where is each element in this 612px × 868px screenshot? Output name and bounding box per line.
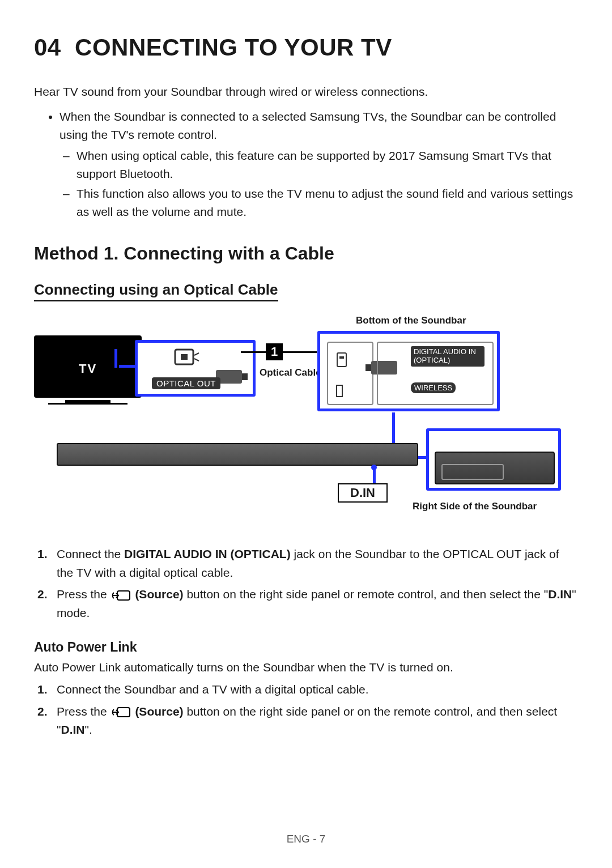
step-badge-1: 1	[266, 343, 283, 360]
svg-rect-1	[181, 354, 188, 360]
soundbar-left-bay	[327, 342, 373, 405]
tv-label: TV	[34, 361, 142, 376]
source-label: (Source)	[132, 588, 184, 601]
feature-subitem: This function also allows you to use the…	[76, 185, 578, 220]
setup-steps-a: Connect the DIGITAL AUDIO IN (OPTICAL) j…	[34, 545, 578, 622]
soundbar-port-callout: DIGITAL AUDIO IN (OPTICAL) WIRELESS	[317, 331, 500, 411]
tv-port-callout: OPTICAL OUT	[135, 340, 256, 397]
feature-list: When the Soundbar is connected to a sele…	[34, 108, 578, 220]
section-heading: 04 CONNECTING TO YOUR TV	[34, 34, 578, 61]
source-icon	[112, 707, 131, 718]
step-text: Connect the	[57, 547, 124, 560]
feature-subitem: When using optical cable, this feature c…	[76, 147, 578, 182]
side-panel-buttons: − +	[438, 433, 503, 445]
soundbar-right-bay: DIGITAL AUDIO IN (OPTICAL) WIRELESS	[377, 342, 494, 405]
din-text: D.IN	[61, 723, 84, 736]
auto-power-link-heading: Auto Power Link	[34, 640, 578, 655]
din-mode-label: D.IN	[338, 483, 388, 503]
source-icon	[475, 435, 487, 444]
step-bold: DIGITAL AUDIO IN (OPTICAL)	[124, 547, 291, 560]
volume-down-icon: −	[438, 433, 450, 445]
feature-item-text: When the Soundbar is connected to a sele…	[60, 110, 556, 141]
optical-port-icon	[172, 347, 200, 370]
optical-cable-label: Optical Cable	[260, 367, 321, 378]
step-item: Press the (Source) button on the right s…	[57, 703, 578, 739]
method-heading: Method 1. Connecting with a Cable	[34, 243, 578, 264]
optical-out-label: OPTICAL OUT	[152, 377, 220, 389]
intro-text: Hear TV sound from your Soundbar through…	[34, 84, 578, 100]
soundbar-icon	[57, 443, 418, 466]
step-item: Connect the DIGITAL AUDIO IN (OPTICAL) j…	[57, 545, 578, 582]
callout-line	[373, 466, 376, 485]
step-text: button on the right side panel or remote…	[184, 588, 549, 601]
callout-line	[392, 412, 395, 445]
section-title: CONNECTING TO YOUR TV	[75, 34, 392, 61]
volume-up-icon: +	[457, 433, 469, 445]
wireless-label: WIRELESS	[411, 382, 456, 393]
section-number: 04	[34, 34, 61, 61]
power-icon	[494, 435, 503, 444]
service-port-icon	[336, 352, 347, 368]
svg-rect-3	[339, 356, 344, 359]
feature-sublist: When using optical cable, this feature c…	[60, 147, 578, 220]
side-panel-body	[435, 452, 555, 484]
optical-heading: Connecting using an Optical Cable	[34, 281, 278, 301]
step-item: Connect the Soundbar and a TV with a dig…	[57, 680, 578, 699]
step-text: Press the	[57, 705, 110, 718]
source-icon	[112, 590, 131, 601]
optical-in-port-icon	[336, 385, 343, 397]
source-label: (Source)	[132, 705, 184, 718]
bottom-of-soundbar-label: Bottom of the Soundbar	[356, 315, 466, 326]
din-text: D.IN	[548, 588, 572, 601]
svg-rect-2	[337, 353, 346, 367]
step-text: Press the	[57, 588, 110, 601]
right-side-label: Right Side of the Soundbar	[413, 501, 537, 512]
dai-line1: DIGITAL AUDIO IN	[414, 347, 476, 356]
side-panel-callout: − +	[426, 428, 561, 491]
dai-line2: (OPTICAL)	[414, 356, 450, 364]
auto-power-link-desc: Auto Power Link automatically turns on t…	[34, 658, 578, 676]
step-item: Press the (Source) button on the right s…	[57, 585, 578, 622]
connection-diagram: Bottom of the Soundbar TV OPTICAL OUT 1 …	[34, 318, 578, 528]
page-footer: ENG - 7	[0, 833, 612, 845]
step-text: ".	[84, 723, 92, 736]
tv-stand-icon	[65, 400, 110, 403]
feature-item: When the Soundbar is connected to a sele…	[60, 108, 578, 220]
digital-audio-in-label: DIGITAL AUDIO IN (OPTICAL)	[411, 346, 484, 367]
setup-steps-b: Connect the Soundbar and a TV with a dig…	[34, 680, 578, 739]
side-panel-display-icon	[441, 464, 504, 480]
